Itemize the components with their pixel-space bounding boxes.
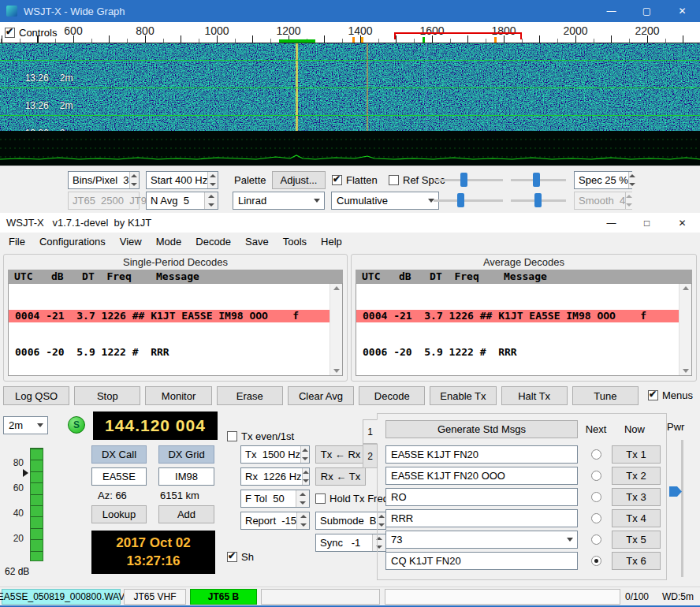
tx4-message-field[interactable]: RRR: [385, 509, 578, 527]
tx1-next-radio[interactable]: [591, 449, 601, 460]
gain2-slider[interactable]: [434, 192, 503, 208]
halt-tx-button[interactable]: Halt Tx: [501, 386, 568, 405]
spinner-arrows-icon[interactable]: [302, 468, 309, 485]
tx4-now-button[interactable]: Tx 4: [612, 509, 661, 527]
spinner-arrows-icon[interactable]: [300, 446, 309, 463]
tx2-now-button[interactable]: Tx 2: [612, 467, 661, 485]
tx3-next-radio[interactable]: [591, 492, 601, 502]
spinner-arrows-icon[interactable]: [129, 172, 139, 188]
main-titlebar[interactable]: WSJT-X v1.7.1-devel by K1JT — □ ✕: [0, 213, 700, 233]
zero-slider[interactable]: [511, 172, 566, 188]
rig-status-indicator[interactable]: S: [68, 416, 85, 434]
clear-avg-button[interactable]: Clear Avg: [288, 386, 354, 405]
erase-button[interactable]: Erase: [217, 386, 283, 405]
tx5-now-button[interactable]: Tx 5: [612, 531, 661, 549]
decode-row[interactable]: 0006 -20 5.9 1222 # RRR: [356, 346, 691, 359]
tx2-message-field[interactable]: EA5SE K1JT FN20 OOO: [385, 467, 578, 485]
frequency-scale[interactable]: Controls 600 800 1000 1200 1400 1600 180…: [0, 22, 700, 43]
tx5-next-radio[interactable]: [591, 534, 601, 545]
pwr-slider-groove[interactable]: [681, 440, 683, 577]
log-qso-button[interactable]: Log QSO: [3, 386, 69, 405]
decode-button[interactable]: Decode: [359, 386, 425, 405]
menu-file[interactable]: File: [2, 233, 32, 250]
tx2-next-radio[interactable]: [591, 471, 601, 481]
n-avg-spinbox[interactable]: N Avg 5: [146, 192, 218, 210]
tx5-message-combobox[interactable]: 73: [385, 531, 578, 549]
close-icon[interactable]: ✕: [665, 0, 700, 22]
dx-call-button[interactable]: DX Call: [91, 445, 147, 464]
scroll-up-icon[interactable]: [333, 286, 340, 290]
bins-pixel-spinbox[interactable]: Bins/Pixel 3: [68, 171, 140, 189]
spinner-arrows-icon[interactable]: [628, 172, 635, 188]
decode-text-area[interactable]: 0004 -21 3.7 1226 ## K1JT EA5SE IM98 OOO…: [8, 283, 343, 376]
zero2-slider[interactable]: [511, 192, 566, 208]
tx-freq-spinbox[interactable]: Tx 1500 Hz: [240, 445, 310, 464]
dx-grid-button[interactable]: DX Grid: [158, 445, 214, 464]
add-button[interactable]: Add: [158, 505, 214, 523]
decode-row[interactable]: 0004 -21 3.7 1226 ## K1JT EA5SE IM98 OOO…: [356, 310, 691, 322]
spec-percent-spinbox[interactable]: Spec 25 %: [574, 171, 632, 189]
spinner-arrows-icon[interactable]: [207, 172, 218, 188]
slider-handle[interactable]: [533, 173, 540, 187]
tx-even-checkbox[interactable]: Tx even/1st: [227, 430, 294, 442]
monitor-button[interactable]: Monitor: [145, 386, 211, 405]
tx6-next-radio[interactable]: [591, 556, 601, 566]
dx-call-field[interactable]: EA5SE: [91, 467, 147, 486]
menus-checkbox[interactable]: Menus: [648, 389, 693, 401]
gain-slider[interactable]: [434, 172, 503, 188]
spinner-arrows-icon[interactable]: [296, 490, 309, 507]
tx3-now-button[interactable]: Tx 3: [612, 488, 661, 506]
submode-spinbox[interactable]: Submode B: [315, 512, 386, 530]
lookup-button[interactable]: Lookup: [91, 505, 147, 523]
tx-from-rx-button[interactable]: Tx ← Rx: [315, 445, 366, 464]
scrollbar[interactable]: [679, 284, 691, 375]
menu-mode[interactable]: Mode: [149, 233, 189, 250]
rx-from-tx-button[interactable]: Rx ← Tx: [315, 467, 366, 486]
checkbox-box[interactable]: [332, 175, 342, 185]
checkbox-box[interactable]: [227, 552, 237, 562]
enable-tx-button[interactable]: Enable Tx: [430, 386, 496, 405]
menu-configurations[interactable]: Configurations: [32, 233, 113, 250]
scrollbar[interactable]: [330, 284, 342, 375]
checkbox-box[interactable]: [389, 175, 399, 185]
scroll-down-icon[interactable]: [333, 369, 340, 373]
tx3-message-field[interactable]: RO: [385, 488, 578, 506]
scroll-up-icon[interactable]: [683, 286, 689, 290]
slider-handle[interactable]: [534, 193, 542, 207]
slider-handle[interactable]: [457, 193, 464, 207]
minimize-icon[interactable]: —: [594, 213, 629, 233]
tx6-now-button[interactable]: Tx 6: [612, 552, 661, 570]
flatten-checkbox[interactable]: Flatten: [332, 174, 378, 186]
checkbox-box[interactable]: [227, 431, 237, 441]
stop-button[interactable]: Stop: [74, 386, 140, 405]
decode-row[interactable]: 0004 -21 3.7 1226 ## K1JT EA5SE IM98 OOO…: [9, 310, 342, 322]
pwr-slider-handle[interactable]: [669, 486, 682, 497]
wide-graph-titlebar[interactable]: WSJT-X - Wide Graph — ▢ ✕: [0, 0, 700, 22]
tx4-next-radio[interactable]: [591, 513, 601, 523]
checkbox-box[interactable]: [315, 493, 326, 504]
menu-tools[interactable]: Tools: [276, 233, 314, 250]
palette-combobox[interactable]: Linrad: [233, 192, 325, 210]
menu-help[interactable]: Help: [314, 233, 349, 250]
menu-save[interactable]: Save: [238, 233, 276, 250]
f-tol-spinbox[interactable]: F Tol 50: [240, 490, 310, 508]
tx1-now-button[interactable]: Tx 1: [612, 445, 661, 464]
close-icon[interactable]: ✕: [665, 213, 700, 233]
rx-freq-spinbox[interactable]: Rx 1226 Hz: [240, 467, 310, 486]
scroll-down-icon[interactable]: [683, 369, 689, 373]
adjust-button[interactable]: Adjust...: [272, 171, 326, 189]
checkbox-box[interactable]: [648, 390, 658, 400]
tx1-message-field[interactable]: EA5SE K1JT FN20: [385, 445, 578, 464]
spinner-arrows-icon[interactable]: [296, 512, 309, 529]
band-combobox[interactable]: 2m: [3, 416, 48, 434]
report-spinbox[interactable]: Report -15: [240, 512, 310, 530]
spinner-arrows-icon[interactable]: [204, 192, 218, 209]
menu-view[interactable]: View: [113, 233, 149, 250]
menu-decode[interactable]: Decode: [188, 233, 238, 250]
maximize-icon[interactable]: ▢: [629, 0, 665, 22]
dx-grid-field[interactable]: IM98: [158, 467, 214, 486]
maximize-icon[interactable]: □: [629, 213, 665, 233]
decode-text-area[interactable]: 0004 -21 3.7 1226 ## K1JT EA5SE IM98 OOO…: [356, 283, 692, 376]
start-freq-spinbox[interactable]: Start 400 Hz: [146, 171, 218, 189]
waterfall-display[interactable]: 13:262m 13:262m 13:262m: [0, 43, 700, 131]
